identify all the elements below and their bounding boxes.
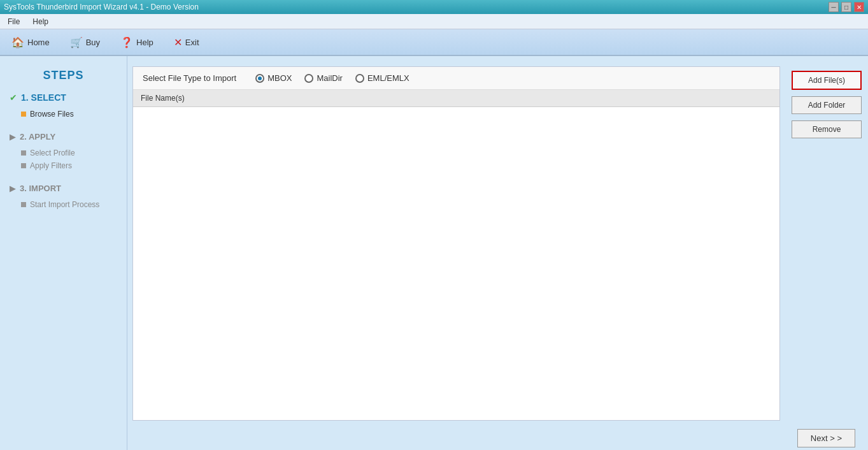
add-files-button[interactable]: Add File(s) xyxy=(792,71,862,90)
sidebar-item-start-import[interactable]: Start Import Process xyxy=(10,198,117,211)
sidebar-item-select-profile[interactable]: Select Profile xyxy=(10,147,117,159)
select-profile-label: Select Profile xyxy=(30,149,75,157)
restore-button[interactable]: □ xyxy=(841,2,851,12)
radio-maildir-circle xyxy=(304,74,313,83)
exit-icon: ✕ xyxy=(174,36,182,48)
menu-bar: File Help xyxy=(0,14,868,29)
step-1-check-icon: ✔ xyxy=(10,92,17,103)
radio-mbox-circle xyxy=(255,74,264,83)
menu-help[interactable]: Help xyxy=(30,16,51,27)
window-controls: ─ □ ✕ xyxy=(829,2,864,12)
sidebar-title: STEPS xyxy=(10,69,117,82)
radio-maildir-label: MailDir xyxy=(317,73,342,83)
toolbar-help[interactable]: ❓ Help xyxy=(115,34,159,51)
start-import-dot xyxy=(21,202,26,207)
browse-files-label: Browse Files xyxy=(30,110,74,119)
sidebar-item-browse-files[interactable]: Browse Files xyxy=(10,108,117,120)
toolbar-buy[interactable]: 🛒 Buy xyxy=(65,34,105,51)
file-type-row: Select File Type to Import MBOX MailDir … xyxy=(133,67,779,90)
toolbar-home-label: Home xyxy=(27,38,50,47)
toolbar-exit-label: Exit xyxy=(185,38,199,47)
radio-emlx-circle xyxy=(355,74,364,83)
step-2-icon: ▶ xyxy=(10,132,16,142)
file-list-header: File Name(s) xyxy=(133,90,779,107)
browse-files-dot xyxy=(21,112,26,117)
toolbar-help-label: Help xyxy=(136,38,153,47)
apply-filters-dot xyxy=(21,163,26,168)
add-folder-button[interactable]: Add Folder xyxy=(792,96,862,114)
step-2-header: ▶ 2. APPLY xyxy=(10,132,117,142)
remove-button[interactable]: Remove xyxy=(792,120,862,138)
sidebar-item-apply-filters[interactable]: Apply Filters xyxy=(10,159,117,172)
step-3-header: ▶ 3. IMPORT xyxy=(10,184,117,193)
bottom-bar: Next > > xyxy=(127,426,868,450)
select-profile-dot xyxy=(21,150,26,156)
radio-maildir[interactable]: MailDir xyxy=(304,73,342,83)
step-1-header: ✔ 1. SELECT xyxy=(10,92,117,103)
start-import-label: Start Import Process xyxy=(30,200,99,209)
step-1-label: 1. SELECT xyxy=(21,92,66,103)
content-area: Select File Type to Import MBOX MailDir … xyxy=(132,66,780,421)
buy-icon: 🛒 xyxy=(70,36,83,48)
sidebar: STEPS ✔ 1. SELECT Browse Files ▶ 2. APPL… xyxy=(0,56,127,450)
file-list-container: File Name(s) xyxy=(133,90,779,420)
radio-emlx-label: EML/EMLX xyxy=(367,73,409,83)
step-3-label: 3. IMPORT xyxy=(20,184,61,193)
toolbar-buy-label: Buy xyxy=(86,38,100,47)
menu-file[interactable]: File xyxy=(5,16,22,27)
help-icon: ❓ xyxy=(120,36,133,48)
close-button[interactable]: ✕ xyxy=(854,2,864,12)
radio-mbox[interactable]: MBOX xyxy=(255,73,292,83)
title-bar: SysTools Thunderbird Import Wizard v4.1 … xyxy=(0,0,868,14)
minimize-button[interactable]: ─ xyxy=(829,2,839,12)
title-text: SysTools Thunderbird Import Wizard v4.1 … xyxy=(4,3,199,11)
main-layout: STEPS ✔ 1. SELECT Browse Files ▶ 2. APPL… xyxy=(0,56,868,450)
home-icon: 🏠 xyxy=(11,36,24,48)
file-list-body xyxy=(133,107,779,419)
next-button[interactable]: Next > > xyxy=(797,429,855,447)
toolbar: 🏠 Home 🛒 Buy ❓ Help ✕ Exit xyxy=(0,29,868,56)
radio-emlx[interactable]: EML/EMLX xyxy=(355,73,409,83)
toolbar-exit[interactable]: ✕ Exit xyxy=(169,34,204,51)
step-3-icon: ▶ xyxy=(10,184,16,193)
toolbar-home[interactable]: 🏠 Home xyxy=(6,34,55,51)
step-2-label: 2. APPLY xyxy=(20,132,55,142)
apply-filters-label: Apply Filters xyxy=(30,161,72,170)
radio-mbox-label: MBOX xyxy=(267,73,292,83)
right-panel: Add File(s) Add Folder Remove xyxy=(785,61,868,426)
file-type-label: Select File Type to Import xyxy=(143,73,236,83)
